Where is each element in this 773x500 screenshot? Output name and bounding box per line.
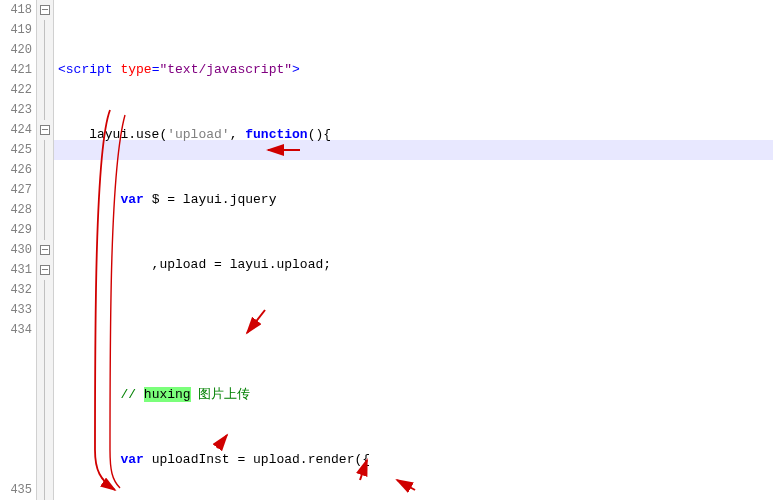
line-number	[0, 360, 32, 380]
code-editor: 418 419 420 421 422 423 424 425 426 427 …	[0, 0, 773, 500]
line-number	[0, 460, 32, 480]
line-number	[0, 440, 32, 460]
code-line: // huxing 图片上传	[58, 385, 773, 405]
code-line: layui.use('upload', function(){	[58, 125, 773, 145]
line-number: 435	[0, 480, 32, 500]
line-number: 422	[0, 80, 32, 100]
fold-gutter	[36, 0, 54, 500]
line-number: 419	[0, 20, 32, 40]
line-number: 432	[0, 280, 32, 300]
line-number: 429	[0, 220, 32, 240]
code-line: var $ = layui.jquery	[58, 190, 773, 210]
fold-toggle[interactable]	[37, 0, 53, 20]
line-number: 431	[0, 260, 32, 280]
line-number: 427	[0, 180, 32, 200]
code-area[interactable]: <script type="text/javascript"> layui.us…	[54, 0, 773, 500]
highlight-huxing: huxing	[144, 387, 191, 402]
line-number	[0, 380, 32, 400]
fold-toggle[interactable]	[37, 240, 53, 260]
fold-toggle[interactable]	[37, 260, 53, 280]
line-number: 423	[0, 100, 32, 120]
code-line: <script type="text/javascript">	[58, 60, 773, 80]
code-line: ,upload = layui.upload;	[58, 255, 773, 275]
code-line: var uploadInst = upload.render({	[58, 450, 773, 470]
line-number: 434	[0, 320, 32, 340]
line-number: 426	[0, 160, 32, 180]
line-number	[0, 400, 32, 420]
line-number: 418	[0, 0, 32, 20]
line-number: 428	[0, 200, 32, 220]
line-number: 433	[0, 300, 32, 320]
line-number	[0, 340, 32, 360]
line-number: 425	[0, 140, 32, 160]
line-number: 420	[0, 40, 32, 60]
line-number-gutter: 418 419 420 421 422 423 424 425 426 427 …	[0, 0, 36, 500]
line-number: 424	[0, 120, 32, 140]
fold-toggle[interactable]	[37, 120, 53, 140]
code-line	[58, 320, 773, 340]
line-number: 430	[0, 240, 32, 260]
line-number	[0, 420, 32, 440]
line-number: 421	[0, 60, 32, 80]
